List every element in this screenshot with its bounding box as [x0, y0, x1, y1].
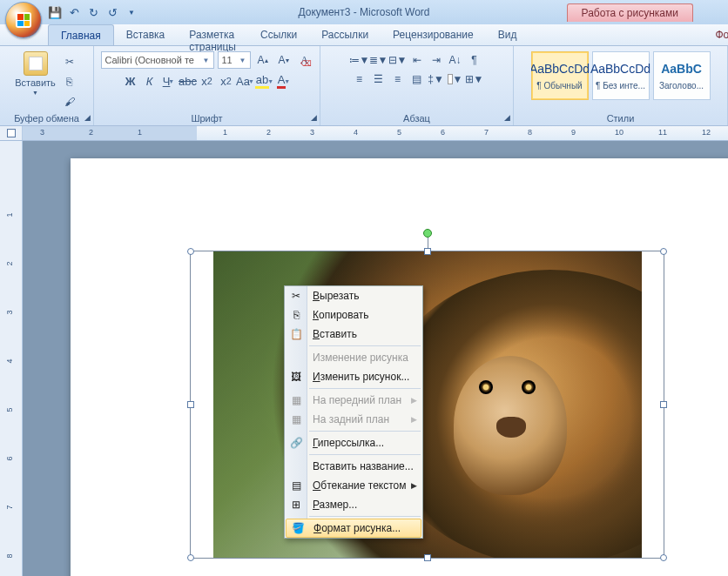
office-button[interactable] — [5, 2, 42, 38]
menu-item-icon: 🔗 — [289, 436, 303, 450]
resize-handle-nw[interactable] — [187, 248, 194, 255]
context-menu-item[interactable]: ⎘Копировать — [285, 305, 422, 325]
menu-item-label: Изменение рисунка — [313, 352, 408, 364]
align-left-button[interactable]: ≡ — [351, 70, 368, 88]
menu-item-label: Вырезать — [313, 290, 359, 302]
resize-handle-ne[interactable] — [660, 248, 667, 255]
superscript-button[interactable]: x2 — [218, 72, 235, 90]
justify-button[interactable]: ▤ — [408, 70, 426, 88]
menu-item-icon: ▦ — [289, 393, 303, 407]
paste-button[interactable]: Вставить ▼ — [15, 51, 57, 111]
font-size-combo[interactable]: 11▼ — [218, 51, 251, 69]
resize-handle-w[interactable] — [187, 401, 194, 408]
grow-font-button[interactable]: A▴ — [254, 51, 272, 69]
resize-handle-s[interactable] — [424, 554, 431, 561]
menu-item-icon — [289, 459, 303, 473]
vertical-ruler[interactable]: 12345678 — [0, 141, 23, 576]
style-item[interactable]: AaBbCcDd¶ Без инте... — [592, 51, 650, 100]
menu-item-label: Вставить название... — [313, 460, 414, 472]
context-menu-item[interactable]: Вставить название... — [285, 457, 422, 476]
show-marks-button[interactable]: ¶ — [466, 51, 483, 69]
font-color-button[interactable]: A▼ — [275, 72, 293, 90]
sort-button[interactable]: A↓ — [447, 51, 464, 69]
underline-button[interactable]: Ч▼ — [160, 72, 178, 90]
bullets-button[interactable]: ≔▼ — [351, 51, 368, 69]
clipboard-launcher-icon[interactable]: ◢ — [84, 113, 91, 122]
borders-button[interactable]: ⊞▼ — [466, 70, 483, 88]
ribbon-tabs: Главная Вставка Разметка страницы Ссылки… — [0, 24, 728, 46]
menu-item-icon: 📋 — [289, 327, 303, 341]
italic-button[interactable]: К — [141, 72, 158, 90]
bold-button[interactable]: Ж — [122, 72, 139, 90]
horizontal-ruler[interactable]: 321123456789101112 — [23, 126, 728, 140]
undo-icon[interactable]: ↶ — [67, 5, 81, 19]
subscript-button[interactable]: x2 — [199, 72, 216, 90]
menu-item-label: На задний план — [313, 413, 389, 425]
context-menu-item: ▦На передний план▶ — [285, 391, 422, 410]
context-menu-item[interactable]: ▤Обтекание текстом▶ — [285, 476, 422, 495]
view-selector-icon — [7, 129, 16, 137]
clear-formatting-button[interactable]: A⌫ — [296, 51, 313, 69]
tab-home[interactable]: Главная — [48, 24, 114, 45]
menu-item-label: Размер... — [313, 499, 357, 511]
cut-button[interactable]: ✂ — [60, 53, 79, 70]
strikethrough-button[interactable]: abc — [179, 72, 197, 90]
group-font-label: Шрифт — [191, 113, 222, 124]
tab-review[interactable]: Рецензирование — [381, 24, 486, 45]
resize-handle-se[interactable] — [660, 554, 667, 561]
style-item[interactable]: AaBbCcDd¶ Обычный — [531, 51, 589, 100]
ruler-corner[interactable] — [0, 126, 23, 140]
menu-item-label: Формат рисунка... — [313, 522, 401, 534]
menu-item-label: Копировать — [313, 309, 369, 321]
group-styles-label: Стили — [607, 113, 635, 124]
context-menu-item[interactable]: 🖼Изменить рисунок... — [285, 367, 422, 386]
align-right-button[interactable]: ≡ — [389, 70, 407, 88]
context-menu-item[interactable]: 🔗Гиперссылка... — [285, 433, 422, 452]
menu-item-label: Обтекание текстом — [313, 479, 406, 492]
window-title: Документ3 - Microsoft Word — [298, 6, 429, 18]
tab-insert[interactable]: Вставка — [114, 24, 178, 45]
multilevel-list-button[interactable]: ⊟▼ — [389, 51, 407, 69]
resize-handle-e[interactable] — [660, 401, 667, 408]
context-menu-item[interactable]: 📋Вставить — [285, 325, 422, 344]
shrink-font-button[interactable]: A▾ — [275, 51, 293, 69]
font-name-combo[interactable]: Calibri (Основной те▼ — [101, 51, 214, 69]
tab-view[interactable]: Вид — [486, 24, 529, 45]
resize-handle-n[interactable] — [424, 248, 431, 255]
format-painter-button[interactable]: 🖌 — [60, 93, 79, 111]
paste-icon — [24, 51, 48, 76]
rotate-handle[interactable] — [423, 229, 432, 238]
tab-mailings[interactable]: Рассылки — [309, 24, 381, 45]
shading-button[interactable]: ▼ — [447, 70, 464, 88]
resize-handle-sw[interactable] — [187, 554, 194, 561]
highlight-button[interactable]: ab▼ — [256, 72, 273, 90]
redo-icon[interactable]: ↺ — [105, 5, 119, 19]
decrease-indent-button[interactable]: ⇤ — [408, 51, 426, 69]
tab-page-layout[interactable]: Разметка страницы — [177, 24, 248, 45]
context-menu-item[interactable]: 🪣Формат рисунка... — [286, 519, 421, 538]
line-spacing-button[interactable]: ‡▼ — [428, 70, 445, 88]
change-case-button[interactable]: Aa▼ — [237, 72, 254, 90]
horizontal-ruler-bar: 321123456789101112 — [0, 126, 728, 141]
menu-item-icon — [289, 351, 303, 365]
style-item[interactable]: AaBbCЗаголово... — [653, 51, 711, 100]
font-launcher-icon[interactable]: ◢ — [311, 113, 317, 122]
align-center-button[interactable]: ☰ — [370, 70, 388, 88]
qat-dropdown-icon[interactable]: ▼ — [125, 5, 138, 19]
context-menu-item[interactable]: ✂Вырезать — [285, 286, 422, 305]
group-styles: AaBbCcDd¶ ОбычныйAaBbCcDd¶ Без инте...Aa… — [514, 46, 728, 125]
increase-indent-button[interactable]: ⇥ — [428, 51, 445, 69]
group-clipboard-label: Буфер обмена — [14, 113, 79, 124]
repeat-icon[interactable]: ↻ — [86, 5, 100, 19]
numbering-button[interactable]: ≣▼ — [370, 51, 388, 69]
paragraph-launcher-icon[interactable]: ◢ — [504, 113, 510, 122]
context-menu-item[interactable]: ⊞Размер... — [285, 495, 422, 514]
menu-item-label: Гиперссылка... — [313, 437, 384, 449]
quick-access-toolbar: 💾 ↶ ↻ ↺ ▼ — [48, 5, 138, 19]
tab-references[interactable]: Ссылки — [248, 24, 309, 45]
save-icon[interactable]: 💾 — [48, 5, 62, 19]
context-menu-item: Изменение рисунка — [285, 348, 422, 367]
tab-format[interactable]: Формат — [703, 24, 728, 45]
copy-button[interactable]: ⎘ — [60, 73, 79, 90]
context-menu: ✂Вырезать⎘Копировать📋ВставитьИзменение р… — [284, 285, 423, 539]
